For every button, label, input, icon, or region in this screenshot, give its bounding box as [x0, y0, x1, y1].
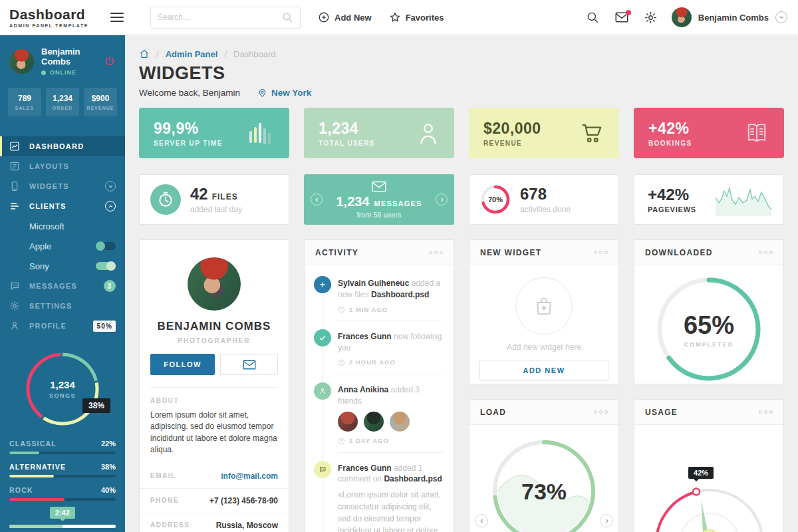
add-new-button[interactable]: Add New: [318, 11, 372, 23]
bookings-card[interactable]: +42% BOOKINGS: [634, 108, 784, 158]
files-card[interactable]: 42 FILES added last day: [139, 174, 289, 225]
stat-revenue[interactable]: $900 REVENUE: [84, 88, 117, 116]
usage-card: USAGE 42% 300Gb / 512Gb used: [634, 399, 784, 532]
next-arrow-icon[interactable]: [436, 194, 448, 205]
app-logo[interactable]: Dashboard ADMIN PANEL TEMPLATE: [0, 7, 106, 28]
sidebar-item-messages[interactable]: MESSAGES 3: [0, 276, 125, 296]
activities-done-card[interactable]: 70% 678 activities done: [469, 174, 619, 225]
sidebar-item-layouts[interactable]: LAYOUTS: [0, 156, 125, 176]
breadcrumb-current: Dashboard: [233, 49, 276, 59]
friend-avatar[interactable]: [338, 412, 358, 432]
person-icon: [314, 382, 331, 400]
favorites-button[interactable]: Favorites: [389, 11, 444, 23]
online-status: ONLINE: [50, 69, 76, 76]
uptime-value: 99,9%: [154, 120, 223, 138]
revenue-card[interactable]: $20,000 REVENUE: [469, 108, 619, 158]
sidebar-item-label: SETTINGS: [29, 302, 72, 310]
search-icon[interactable]: [282, 12, 293, 23]
activity-item: Sylvain Guiheneuc added a new files Dash…: [314, 276, 444, 314]
friend-avatar[interactable]: [364, 412, 384, 432]
activity-user[interactable]: Sylvain Guiheneuc: [338, 279, 409, 288]
player-progress-bar[interactable]: [9, 525, 116, 528]
sidebar-nav: DASHBOARD LAYOUTS WIDGETS CLIENTS M: [0, 136, 125, 336]
phone-value: +7 (123) 456-78-90: [209, 496, 278, 505]
follow-button[interactable]: FOLLOW: [150, 354, 215, 375]
apple-toggle[interactable]: [96, 242, 116, 250]
downloaded-label: COMPLETED: [684, 341, 734, 348]
sidebar-subitem-sony[interactable]: Sony: [0, 256, 125, 276]
genre-progress-bar[interactable]: [9, 475, 116, 477]
songs-donut-chart: 1,234 SONGS 38%: [24, 350, 101, 428]
genre-progress-bar[interactable]: [9, 452, 116, 454]
downloaded-card: DOWNLOADED 65% COMPLETED: [634, 239, 784, 384]
activity-target[interactable]: Dashboard.psd: [384, 474, 442, 483]
profile-field-address: ADDRESS Russia, Moscow: [140, 513, 289, 532]
load-title: LOAD: [480, 408, 506, 417]
star-icon: [389, 11, 401, 23]
pageviews-card[interactable]: +42% PAGEVIEWS: [634, 174, 784, 225]
user-menu[interactable]: Benjamin Combs: [672, 7, 787, 27]
stat-revenue-value: $900: [85, 94, 116, 103]
profile-field-phone: PHONE +7 (123) 456-78-90: [140, 489, 289, 513]
search-box[interactable]: [150, 7, 301, 29]
usage-title: USAGE: [645, 408, 678, 417]
sidebar-item-dashboard[interactable]: DASHBOARD: [0, 136, 125, 156]
sidebar-item-settings[interactable]: SETTINGS: [0, 296, 125, 316]
pin-icon: [257, 88, 267, 98]
prev-arrow-icon[interactable]: [475, 514, 488, 527]
online-dot: [41, 70, 46, 75]
email-link[interactable]: info@mail.com: [221, 471, 278, 481]
clock-icon: [150, 184, 181, 215]
genre-progress-bar[interactable]: [9, 498, 116, 501]
activity-user[interactable]: Frances Gunn: [338, 464, 392, 473]
activity-user[interactable]: Frances Gunn: [338, 332, 392, 341]
sidebar-item-clients[interactable]: CLIENTS: [0, 196, 125, 216]
menu-toggle-icon[interactable]: [110, 13, 124, 22]
friend-avatar[interactable]: [390, 412, 410, 432]
stat-sales[interactable]: 789 SALES: [8, 88, 41, 116]
bar-chart-icon: [248, 122, 275, 144]
server-uptime-card[interactable]: 99,9% SERVER UP TIME: [139, 108, 289, 158]
sidebar-item-widgets[interactable]: WIDGETS: [0, 176, 125, 196]
logout-power-icon[interactable]: [104, 55, 116, 67]
avatar[interactable]: [9, 49, 34, 74]
location-link[interactable]: New York: [257, 88, 311, 98]
card-menu-icon[interactable]: [594, 251, 608, 254]
search-input[interactable]: [158, 13, 282, 22]
total-users-card[interactable]: 1,234 TOTAL USERS: [304, 108, 454, 158]
sony-toggle[interactable]: [96, 262, 116, 270]
home-icon[interactable]: [139, 49, 150, 59]
messages-count-badge: 3: [104, 280, 116, 292]
add-new-widget-button[interactable]: ADD NEW: [479, 360, 608, 381]
chevron-down-icon[interactable]: [105, 181, 116, 192]
chevron-down-icon[interactable]: [775, 11, 787, 23]
sidebar-subitem-microsoft[interactable]: Microsoft: [0, 216, 125, 236]
chevron-up-icon[interactable]: [105, 201, 116, 211]
load-ring-chart: 73%: [492, 440, 596, 532]
stat-order[interactable]: 1,234 ORDER: [46, 88, 79, 116]
card-menu-icon[interactable]: [594, 410, 608, 414]
activity-user[interactable]: Anna Anikina: [338, 385, 388, 394]
card-menu-icon[interactable]: [429, 251, 443, 254]
activity-target[interactable]: Dashboard.psd: [371, 290, 429, 299]
breadcrumb-admin-panel[interactable]: Admin Panel: [166, 49, 218, 59]
sidebar-stats: 789 SALES 1,234 ORDER $900 REVENUE: [0, 84, 125, 127]
card-menu-icon[interactable]: [759, 410, 773, 414]
card-menu-icon[interactable]: [759, 251, 773, 254]
stat-order-value: 1,234: [47, 94, 78, 103]
search-icon-right[interactable]: [587, 11, 599, 24]
mail-icon[interactable]: [615, 12, 628, 23]
genre-alternative: ALTERNATIVE 38%: [9, 463, 116, 477]
sidebar-item-profile[interactable]: PROFILE 50%: [0, 316, 125, 336]
field-label: ADDRESS: [150, 521, 190, 529]
gear-icon[interactable]: [644, 11, 657, 24]
genre-rock: ROCK 40%: [9, 486, 116, 501]
add-widget-drop-zone[interactable]: [515, 277, 573, 334]
top-bar: Dashboard ADMIN PANEL TEMPLATE Add New F…: [0, 0, 798, 35]
message-button[interactable]: [220, 354, 278, 375]
pageviews-value: +42%: [648, 186, 696, 204]
bag-plus-icon: [533, 295, 555, 317]
next-arrow-icon[interactable]: [600, 514, 613, 527]
sidebar-subitem-apple[interactable]: Apple: [0, 236, 125, 256]
messages-summary-card[interactable]: 1,234 MESSAGES from 56 users: [304, 174, 454, 225]
